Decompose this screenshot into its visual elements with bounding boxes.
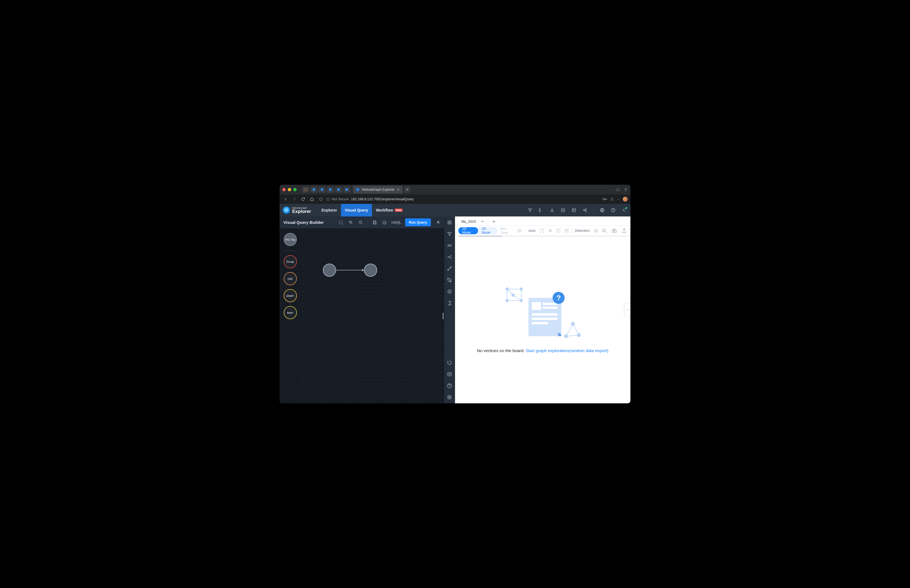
tag-player[interactable]: player <box>284 289 297 302</box>
home-button[interactable] <box>309 196 315 202</box>
svg-rect-65 <box>532 313 558 316</box>
back-button[interactable] <box>282 196 289 202</box>
pinned-tab[interactable] <box>327 187 334 192</box>
schema-icon[interactable] <box>528 208 533 213</box>
result-tab-close-icon[interactable]: ✕ <box>481 220 484 224</box>
rail-aggregate-icon[interactable] <box>446 300 453 306</box>
empty-state-link[interactable]: Start graph exploration(random data impo… <box>526 348 608 353</box>
rail-subgraph-icon[interactable] <box>446 288 453 295</box>
svg-point-8 <box>603 199 605 200</box>
svg-point-33 <box>448 257 448 257</box>
result-tab[interactable]: fifa_2020 ✕ <box>457 217 488 226</box>
auto-layout-icon[interactable] <box>547 228 553 234</box>
svg-rect-51 <box>613 229 616 233</box>
view-mode-toggle[interactable]: 2D Mode 3D Mode <box>458 227 498 234</box>
beta-badge: Beta <box>395 208 403 212</box>
share-icon[interactable] <box>582 208 587 213</box>
window-close-icon[interactable] <box>282 188 286 191</box>
query-node[interactable] <box>323 263 336 277</box>
detection-label: Detection: <box>575 229 590 233</box>
close-builder-icon[interactable]: ✕ <box>435 220 441 225</box>
pinned-tab[interactable] <box>310 187 317 192</box>
header-right <box>528 207 627 213</box>
svg-point-14 <box>539 208 540 209</box>
nav-workflow-label: Workflow <box>376 208 393 212</box>
empty-state-message: No vertices on the board. Start graph ex… <box>477 348 608 353</box>
rail-tag-inspect-icon[interactable] <box>446 277 453 283</box>
query-edge[interactable] <box>336 270 364 270</box>
rail-expand-icon[interactable] <box>446 242 453 249</box>
collapse-panel-button[interactable] <box>624 303 630 317</box>
key-icon[interactable] <box>603 197 608 201</box>
profile-avatar[interactable] <box>623 197 628 202</box>
pinned-tab[interactable] <box>335 187 342 192</box>
svg-rect-67 <box>532 322 548 325</box>
bird-view-toggle-icon[interactable] <box>517 228 522 234</box>
connection-icon[interactable] <box>622 208 627 213</box>
mode-2d[interactable]: 2D Mode <box>458 227 478 234</box>
rail-filter-icon[interactable] <box>446 231 453 237</box>
rail-list-icon[interactable] <box>446 371 453 378</box>
query-canvas[interactable] <box>301 228 444 403</box>
forward-button[interactable] <box>291 196 297 202</box>
rail-undo-history-icon[interactable] <box>446 360 453 366</box>
zoom-out-icon[interactable] <box>358 220 364 226</box>
run-query-button[interactable]: Run Query <box>405 218 431 226</box>
detection-toggle-icon[interactable] <box>593 228 599 234</box>
svg-point-0 <box>304 188 307 191</box>
cloud-icon[interactable] <box>616 187 620 192</box>
rail-path-icon[interactable] <box>446 265 453 272</box>
tag-team[interactable]: team <box>284 306 297 319</box>
chevron-down-icon[interactable] <box>617 197 620 201</box>
new-tab-button[interactable]: ＋ <box>404 187 411 192</box>
nav-workflow[interactable]: Workflow Beta <box>372 204 406 216</box>
tree-icon[interactable] <box>538 208 543 213</box>
ngql-label[interactable]: nGQL <box>391 220 401 225</box>
query-node[interactable] <box>364 263 377 277</box>
select-area-icon[interactable] <box>338 220 344 226</box>
pinned-tab[interactable] <box>318 187 326 192</box>
rail-settings-icon[interactable] <box>446 394 453 401</box>
result-snapshot-icon[interactable] <box>611 228 617 234</box>
panel-resize-handle[interactable] <box>443 313 444 319</box>
save-icon[interactable] <box>372 220 378 226</box>
result-export-icon[interactable] <box>621 228 627 234</box>
security-indicator[interactable]: Not Secure <box>326 197 349 201</box>
auto-edge-icon[interactable] <box>556 228 561 234</box>
result-tab-add[interactable]: ＋ <box>490 217 498 226</box>
bookmark-icon[interactable] <box>610 197 614 201</box>
pinned-tab[interactable] <box>302 187 309 192</box>
auto-fit-icon[interactable] <box>539 228 545 234</box>
help-icon[interactable] <box>611 208 616 213</box>
url-text[interactable]: 192.168.8.131:7002/explorer/visualQuery <box>351 197 414 201</box>
template-icon[interactable] <box>572 208 576 213</box>
tag-group[interactable]: Group <box>284 255 297 268</box>
pinned-tab[interactable] <box>343 187 350 192</box>
toolbar-scrollbar[interactable] <box>458 236 502 237</box>
auto-expand-icon[interactable] <box>564 228 569 234</box>
nav-visual-query[interactable]: Visual Query <box>341 204 372 216</box>
window-minimize-icon[interactable] <box>288 188 291 191</box>
rail-help-icon[interactable] <box>446 383 453 389</box>
export-icon[interactable] <box>561 208 566 213</box>
window-zoom-icon[interactable] <box>293 188 297 191</box>
import-icon[interactable] <box>550 208 554 213</box>
result-search-icon[interactable] <box>601 228 608 234</box>
rail-common-neighbor-icon[interactable] <box>446 254 453 260</box>
mode-3d[interactable]: 3D Mode <box>478 227 498 234</box>
tag-club[interactable]: club <box>284 272 297 285</box>
shield-icon[interactable] <box>317 196 324 202</box>
result-panel: fifa_2020 ✕ ＋ 2D Mode 3D Mode Bird View:… <box>455 216 630 403</box>
reload-button[interactable] <box>300 196 306 202</box>
window-controls[interactable] <box>282 188 297 191</box>
trash-icon[interactable] <box>624 187 628 192</box>
globe-icon[interactable] <box>600 208 605 213</box>
nav-explorer[interactable]: Explorer <box>318 204 341 216</box>
brand[interactable]: NebulaGraph Explorer <box>283 207 311 214</box>
tag-any[interactable]: Any Tag <box>284 233 297 246</box>
browser-tab-close-icon[interactable]: ✕ <box>397 187 400 192</box>
history-icon[interactable] <box>381 220 388 226</box>
rail-locate-icon[interactable] <box>446 219 453 226</box>
zoom-in-icon[interactable] <box>348 220 354 226</box>
browser-tab-active[interactable]: NebulaGraph Explorer ✕ <box>353 186 402 194</box>
